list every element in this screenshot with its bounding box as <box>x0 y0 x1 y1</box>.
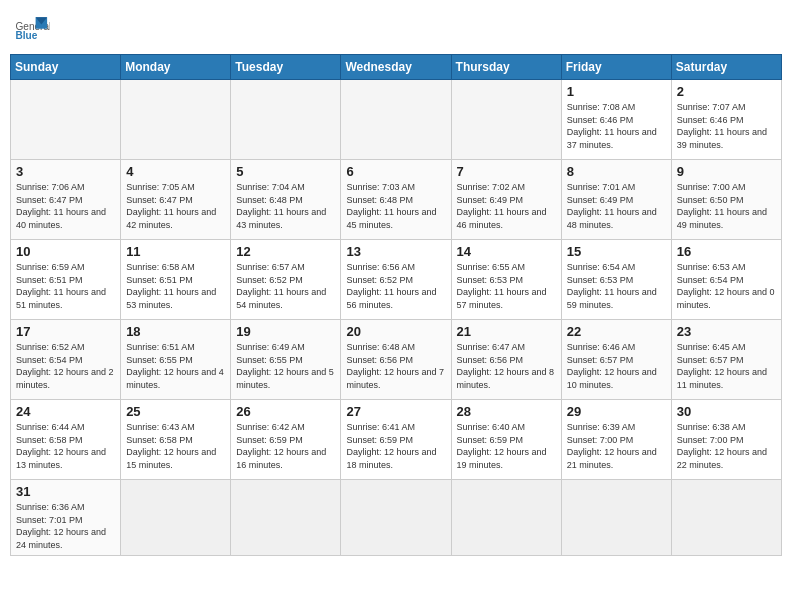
day-number: 7 <box>457 164 556 179</box>
day-info: Sunrise: 6:54 AM Sunset: 6:53 PM Dayligh… <box>567 261 666 311</box>
day-number: 18 <box>126 324 225 339</box>
calendar-cell <box>121 480 231 556</box>
day-number: 24 <box>16 404 115 419</box>
day-info: Sunrise: 7:04 AM Sunset: 6:48 PM Dayligh… <box>236 181 335 231</box>
calendar-cell: 7Sunrise: 7:02 AM Sunset: 6:49 PM Daylig… <box>451 160 561 240</box>
calendar-cell: 21Sunrise: 6:47 AM Sunset: 6:56 PM Dayli… <box>451 320 561 400</box>
calendar-cell: 2Sunrise: 7:07 AM Sunset: 6:46 PM Daylig… <box>671 80 781 160</box>
calendar-cell: 4Sunrise: 7:05 AM Sunset: 6:47 PM Daylig… <box>121 160 231 240</box>
calendar-week-row: 31Sunrise: 6:36 AM Sunset: 7:01 PM Dayli… <box>11 480 782 556</box>
calendar-cell: 13Sunrise: 6:56 AM Sunset: 6:52 PM Dayli… <box>341 240 451 320</box>
day-number: 12 <box>236 244 335 259</box>
calendar-cell: 28Sunrise: 6:40 AM Sunset: 6:59 PM Dayli… <box>451 400 561 480</box>
calendar-cell <box>671 480 781 556</box>
day-number: 26 <box>236 404 335 419</box>
day-number: 30 <box>677 404 776 419</box>
calendar-header: SundayMondayTuesdayWednesdayThursdayFrid… <box>11 55 782 80</box>
day-number: 16 <box>677 244 776 259</box>
calendar-cell: 14Sunrise: 6:55 AM Sunset: 6:53 PM Dayli… <box>451 240 561 320</box>
weekday-header-sunday: Sunday <box>11 55 121 80</box>
calendar-cell: 20Sunrise: 6:48 AM Sunset: 6:56 PM Dayli… <box>341 320 451 400</box>
generalblue-logo-icon: General Blue <box>14 10 50 46</box>
day-info: Sunrise: 7:05 AM Sunset: 6:47 PM Dayligh… <box>126 181 225 231</box>
weekday-header-wednesday: Wednesday <box>341 55 451 80</box>
calendar-cell: 18Sunrise: 6:51 AM Sunset: 6:55 PM Dayli… <box>121 320 231 400</box>
day-info: Sunrise: 6:59 AM Sunset: 6:51 PM Dayligh… <box>16 261 115 311</box>
calendar-cell: 15Sunrise: 6:54 AM Sunset: 6:53 PM Dayli… <box>561 240 671 320</box>
calendar-cell: 5Sunrise: 7:04 AM Sunset: 6:48 PM Daylig… <box>231 160 341 240</box>
calendar-week-row: 1Sunrise: 7:08 AM Sunset: 6:46 PM Daylig… <box>11 80 782 160</box>
day-info: Sunrise: 6:49 AM Sunset: 6:55 PM Dayligh… <box>236 341 335 391</box>
calendar-cell: 16Sunrise: 6:53 AM Sunset: 6:54 PM Dayli… <box>671 240 781 320</box>
calendar-week-row: 10Sunrise: 6:59 AM Sunset: 6:51 PM Dayli… <box>11 240 782 320</box>
day-number: 3 <box>16 164 115 179</box>
day-info: Sunrise: 6:48 AM Sunset: 6:56 PM Dayligh… <box>346 341 445 391</box>
calendar-cell: 27Sunrise: 6:41 AM Sunset: 6:59 PM Dayli… <box>341 400 451 480</box>
logo: General Blue <box>14 10 50 46</box>
day-info: Sunrise: 7:07 AM Sunset: 6:46 PM Dayligh… <box>677 101 776 151</box>
day-number: 5 <box>236 164 335 179</box>
day-info: Sunrise: 6:44 AM Sunset: 6:58 PM Dayligh… <box>16 421 115 471</box>
day-info: Sunrise: 6:55 AM Sunset: 6:53 PM Dayligh… <box>457 261 556 311</box>
day-info: Sunrise: 6:40 AM Sunset: 6:59 PM Dayligh… <box>457 421 556 471</box>
day-number: 14 <box>457 244 556 259</box>
calendar-cell: 30Sunrise: 6:38 AM Sunset: 7:00 PM Dayli… <box>671 400 781 480</box>
calendar-cell <box>121 80 231 160</box>
day-info: Sunrise: 6:58 AM Sunset: 6:51 PM Dayligh… <box>126 261 225 311</box>
calendar-cell: 25Sunrise: 6:43 AM Sunset: 6:58 PM Dayli… <box>121 400 231 480</box>
day-info: Sunrise: 6:38 AM Sunset: 7:00 PM Dayligh… <box>677 421 776 471</box>
day-number: 31 <box>16 484 115 499</box>
calendar-body: 1Sunrise: 7:08 AM Sunset: 6:46 PM Daylig… <box>11 80 782 556</box>
calendar-cell: 29Sunrise: 6:39 AM Sunset: 7:00 PM Dayli… <box>561 400 671 480</box>
calendar-cell: 17Sunrise: 6:52 AM Sunset: 6:54 PM Dayli… <box>11 320 121 400</box>
calendar-cell <box>341 480 451 556</box>
day-number: 25 <box>126 404 225 419</box>
calendar-cell <box>561 480 671 556</box>
calendar-cell: 9Sunrise: 7:00 AM Sunset: 6:50 PM Daylig… <box>671 160 781 240</box>
calendar-cell <box>451 480 561 556</box>
day-info: Sunrise: 6:51 AM Sunset: 6:55 PM Dayligh… <box>126 341 225 391</box>
day-info: Sunrise: 7:02 AM Sunset: 6:49 PM Dayligh… <box>457 181 556 231</box>
day-number: 29 <box>567 404 666 419</box>
day-number: 28 <box>457 404 556 419</box>
day-info: Sunrise: 7:08 AM Sunset: 6:46 PM Dayligh… <box>567 101 666 151</box>
calendar-cell: 22Sunrise: 6:46 AM Sunset: 6:57 PM Dayli… <box>561 320 671 400</box>
day-number: 1 <box>567 84 666 99</box>
day-number: 23 <box>677 324 776 339</box>
calendar-cell: 6Sunrise: 7:03 AM Sunset: 6:48 PM Daylig… <box>341 160 451 240</box>
calendar-cell: 1Sunrise: 7:08 AM Sunset: 6:46 PM Daylig… <box>561 80 671 160</box>
day-number: 20 <box>346 324 445 339</box>
weekday-header-friday: Friday <box>561 55 671 80</box>
day-info: Sunrise: 7:03 AM Sunset: 6:48 PM Dayligh… <box>346 181 445 231</box>
calendar-cell: 11Sunrise: 6:58 AM Sunset: 6:51 PM Dayli… <box>121 240 231 320</box>
day-info: Sunrise: 6:39 AM Sunset: 7:00 PM Dayligh… <box>567 421 666 471</box>
svg-text:Blue: Blue <box>15 30 37 41</box>
day-number: 15 <box>567 244 666 259</box>
calendar-cell <box>11 80 121 160</box>
weekday-header-monday: Monday <box>121 55 231 80</box>
calendar-cell <box>341 80 451 160</box>
day-number: 8 <box>567 164 666 179</box>
day-number: 11 <box>126 244 225 259</box>
day-info: Sunrise: 6:43 AM Sunset: 6:58 PM Dayligh… <box>126 421 225 471</box>
calendar-cell: 24Sunrise: 6:44 AM Sunset: 6:58 PM Dayli… <box>11 400 121 480</box>
day-number: 21 <box>457 324 556 339</box>
day-info: Sunrise: 6:46 AM Sunset: 6:57 PM Dayligh… <box>567 341 666 391</box>
weekday-header-saturday: Saturday <box>671 55 781 80</box>
calendar-week-row: 17Sunrise: 6:52 AM Sunset: 6:54 PM Dayli… <box>11 320 782 400</box>
calendar-table: SundayMondayTuesdayWednesdayThursdayFrid… <box>10 54 782 556</box>
day-info: Sunrise: 7:01 AM Sunset: 6:49 PM Dayligh… <box>567 181 666 231</box>
calendar-cell: 3Sunrise: 7:06 AM Sunset: 6:47 PM Daylig… <box>11 160 121 240</box>
day-number: 13 <box>346 244 445 259</box>
calendar-cell: 26Sunrise: 6:42 AM Sunset: 6:59 PM Dayli… <box>231 400 341 480</box>
day-number: 19 <box>236 324 335 339</box>
day-info: Sunrise: 6:57 AM Sunset: 6:52 PM Dayligh… <box>236 261 335 311</box>
day-info: Sunrise: 6:47 AM Sunset: 6:56 PM Dayligh… <box>457 341 556 391</box>
calendar-cell: 10Sunrise: 6:59 AM Sunset: 6:51 PM Dayli… <box>11 240 121 320</box>
calendar-cell <box>231 480 341 556</box>
weekday-header-thursday: Thursday <box>451 55 561 80</box>
day-number: 4 <box>126 164 225 179</box>
calendar-cell: 12Sunrise: 6:57 AM Sunset: 6:52 PM Dayli… <box>231 240 341 320</box>
day-number: 17 <box>16 324 115 339</box>
calendar-cell: 31Sunrise: 6:36 AM Sunset: 7:01 PM Dayli… <box>11 480 121 556</box>
